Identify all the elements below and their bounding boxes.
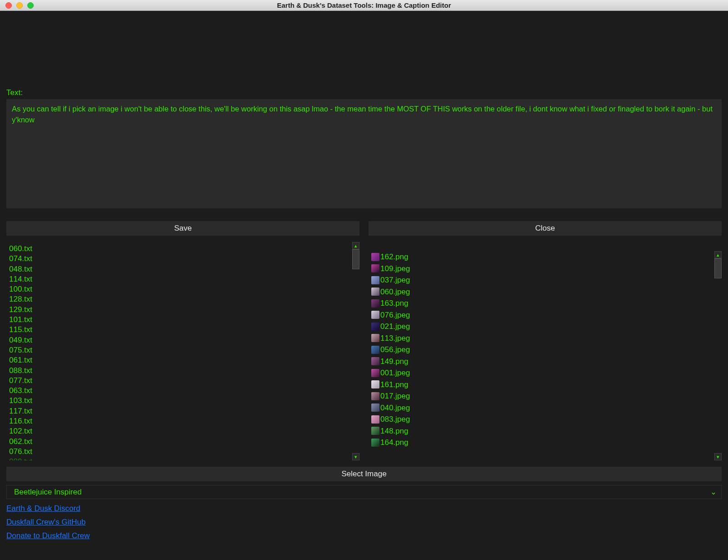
list-item[interactable]: 017.jpeg bbox=[371, 390, 719, 402]
list-item[interactable]: 056.jpeg bbox=[371, 344, 719, 356]
discord-link[interactable]: Earth & Dusk Discord bbox=[6, 502, 81, 515]
preset-dropdown[interactable]: Beetlejuice Inspired ⌄ bbox=[6, 485, 722, 499]
chevron-down-icon[interactable]: ▾ bbox=[714, 453, 722, 460]
dropdown-selected-label: Beetlejuice Inspired bbox=[14, 488, 81, 497]
list-item[interactable]: 100.txt bbox=[9, 284, 357, 294]
text-label: Text: bbox=[6, 88, 722, 97]
list-item[interactable]: 149.png bbox=[371, 356, 719, 368]
list-item-label: 149.png bbox=[380, 356, 408, 368]
list-item[interactable]: 021.jpeg bbox=[371, 321, 719, 333]
list-item[interactable]: 060.txt bbox=[9, 244, 357, 254]
footer-links: Earth & Dusk Discord Duskfall Crew's Git… bbox=[6, 502, 722, 543]
txt-file-list[interactable]: 060.txt074.txt048.txt114.txt100.txt128.t… bbox=[6, 242, 359, 460]
list-item[interactable]: 109.jpeg bbox=[371, 263, 719, 275]
list-item-label: 161.png bbox=[380, 379, 408, 391]
list-item-label: 148.png bbox=[380, 425, 408, 437]
list-item-label: 060.jpeg bbox=[380, 286, 410, 298]
github-link[interactable]: Duskfall Crew's GitHub bbox=[6, 515, 86, 529]
image-thumbnail-icon bbox=[371, 380, 379, 388]
list-item[interactable]: 116.txt bbox=[9, 416, 357, 426]
list-item[interactable]: 060.jpeg bbox=[371, 286, 719, 298]
image-thumbnail-icon bbox=[371, 415, 379, 424]
list-item[interactable]: 128.txt bbox=[9, 294, 357, 304]
list-item-label: 109.jpeg bbox=[380, 263, 410, 275]
image-thumbnail-icon bbox=[371, 264, 379, 272]
image-thumbnail-icon bbox=[371, 427, 379, 435]
list-item-label: 001.jpeg bbox=[380, 367, 410, 379]
image-thumbnail-icon bbox=[371, 253, 379, 261]
window-titlebar: Earth & Dusk's Dataset Tools: Image & Ca… bbox=[0, 0, 728, 11]
image-file-list[interactable]: 162.png109.jpeg037.jpeg060.jpeg163.png07… bbox=[369, 242, 722, 460]
image-thumbnail-icon bbox=[371, 357, 379, 365]
list-item[interactable]: 062.txt bbox=[9, 437, 357, 447]
save-button[interactable]: Save bbox=[6, 221, 359, 236]
list-item[interactable]: 048.txt bbox=[9, 264, 357, 274]
list-item[interactable]: 074.txt bbox=[9, 254, 357, 264]
list-item-label: 056.jpeg bbox=[380, 344, 410, 356]
list-item[interactable]: 040.jpeg bbox=[371, 402, 719, 414]
list-item-label: 037.jpeg bbox=[380, 274, 410, 286]
image-preview-area bbox=[6, 11, 722, 88]
close-button[interactable]: Close bbox=[369, 221, 722, 236]
list-item[interactable]: 076.jpeg bbox=[371, 309, 719, 321]
list-item[interactable]: 061.txt bbox=[9, 355, 357, 365]
list-item[interactable]: 102.txt bbox=[9, 426, 357, 436]
list-item[interactable]: 114.txt bbox=[9, 274, 357, 284]
caption-textarea[interactable] bbox=[6, 99, 722, 208]
list-item[interactable]: 063.txt bbox=[9, 386, 357, 396]
image-thumbnail-icon bbox=[371, 346, 379, 354]
image-thumbnail-icon bbox=[371, 404, 379, 412]
chevron-down-icon: ⌄ bbox=[710, 487, 717, 497]
list-item[interactable]: 077.txt bbox=[9, 376, 357, 386]
scrollbar-thumb[interactable] bbox=[352, 249, 359, 269]
list-item[interactable]: 103.txt bbox=[9, 396, 357, 406]
chevron-up-icon[interactable]: ▴ bbox=[714, 251, 722, 258]
image-thumbnail-icon bbox=[371, 392, 379, 400]
chevron-down-icon[interactable]: ▾ bbox=[352, 453, 359, 460]
image-thumbnail-icon bbox=[371, 311, 379, 319]
image-thumbnail-icon bbox=[371, 334, 379, 342]
select-image-button[interactable]: Select Image bbox=[6, 467, 722, 481]
list-item-label: 163.png bbox=[380, 298, 408, 309]
image-thumbnail-icon bbox=[371, 323, 379, 331]
list-item-label: 113.jpeg bbox=[380, 333, 410, 344]
list-item[interactable]: 117.txt bbox=[9, 406, 357, 416]
chevron-up-icon[interactable]: ▴ bbox=[352, 242, 359, 249]
list-item[interactable]: 115.txt bbox=[9, 325, 357, 335]
list-item[interactable]: 162.png bbox=[371, 251, 719, 263]
list-item[interactable]: 088.txt bbox=[9, 366, 357, 376]
list-item-label: 083.jpeg bbox=[380, 414, 410, 425]
list-item[interactable]: 113.jpeg bbox=[371, 333, 719, 344]
list-item[interactable]: 148.png bbox=[371, 425, 719, 437]
list-item[interactable]: 164.png bbox=[371, 437, 719, 449]
list-item[interactable]: 075.txt bbox=[9, 345, 357, 355]
list-item-label: 164.png bbox=[380, 437, 408, 449]
list-item-label: 017.jpeg bbox=[380, 390, 410, 402]
list-item-label: 076.jpeg bbox=[380, 309, 410, 321]
list-item-label: 040.jpeg bbox=[380, 402, 410, 414]
list-item-label: 162.png bbox=[380, 251, 408, 263]
image-thumbnail-icon bbox=[371, 439, 379, 447]
window-title: Earth & Dusk's Dataset Tools: Image & Ca… bbox=[0, 1, 728, 9]
list-item[interactable]: 083.jpeg bbox=[371, 414, 719, 425]
list-item[interactable]: 163.png bbox=[371, 298, 719, 309]
list-item[interactable]: 076.txt bbox=[9, 447, 357, 457]
list-item[interactable]: 049.txt bbox=[9, 335, 357, 345]
list-item[interactable]: 161.png bbox=[371, 379, 719, 391]
image-thumbnail-icon bbox=[371, 369, 379, 377]
image-thumbnail-icon bbox=[371, 276, 379, 284]
list-item[interactable]: 001.jpeg bbox=[371, 367, 719, 379]
list-item[interactable]: 037.jpeg bbox=[371, 274, 719, 286]
image-thumbnail-icon bbox=[371, 299, 379, 308]
list-item[interactable]: 101.txt bbox=[9, 315, 357, 325]
image-thumbnail-icon bbox=[371, 288, 379, 296]
scrollbar-thumb[interactable] bbox=[714, 258, 722, 278]
list-item[interactable]: 129.txt bbox=[9, 305, 357, 315]
list-item[interactable]: 089.txt bbox=[9, 457, 357, 460]
donate-link[interactable]: Donate to Duskfall Crew bbox=[6, 529, 90, 543]
list-item-label: 021.jpeg bbox=[380, 321, 410, 333]
